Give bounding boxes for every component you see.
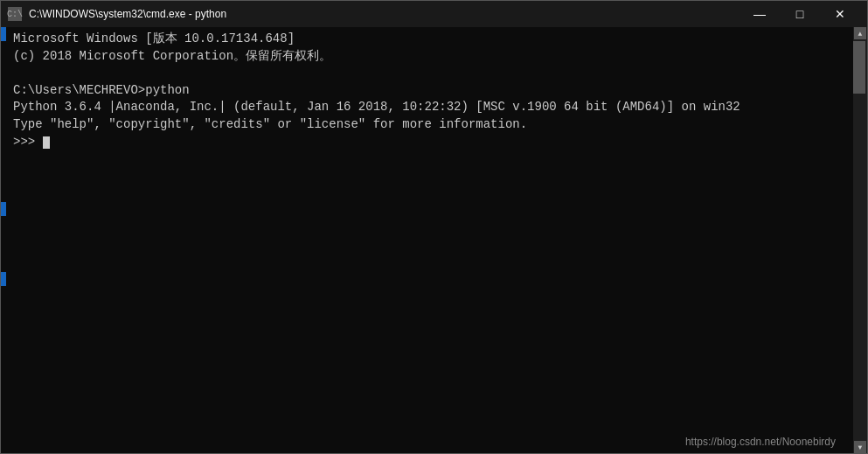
terminal-line-4: C:\Users\MECHREVO>python <box>13 82 848 100</box>
minimize-button[interactable]: — <box>740 1 780 27</box>
scrollbar-down-btn[interactable]: ▼ <box>854 441 866 453</box>
scrollbar-track[interactable] <box>853 39 867 441</box>
left-marker-2 <box>1 202 6 216</box>
window-icon: C:\ <box>8 7 22 21</box>
window-title: C:\WINDOWS\system32\cmd.exe - python <box>29 8 740 20</box>
terminal-line-5: Python 3.6.4 |Anaconda, Inc.| (default, … <box>13 99 848 116</box>
watermark: https://blog.csdn.net/Noonebirdy <box>685 436 836 448</box>
terminal-line-3 <box>13 65 848 82</box>
left-marker-1 <box>1 27 6 41</box>
title-bar: C:\ C:\WINDOWS\system32\cmd.exe - python… <box>1 1 867 27</box>
terminal-line-2: (c) 2018 Microsoft Corporation。保留所有权利。 <box>13 48 848 66</box>
terminal-line-6: Type "help", "copyright", "credits" or "… <box>13 116 848 134</box>
left-marker-3 <box>1 272 6 286</box>
terminal-line-1: Microsoft Windows [版本 10.0.17134.648] <box>13 31 848 48</box>
cmd-window: C:\ C:\WINDOWS\system32\cmd.exe - python… <box>0 0 868 454</box>
maximize-button[interactable]: □ <box>780 1 820 27</box>
left-sidebar <box>1 27 8 453</box>
window-controls: — □ ✕ <box>740 1 860 27</box>
window-body: Microsoft Windows [版本 10.0.17134.648] (c… <box>1 27 867 453</box>
scrollbar[interactable]: ▲ ▼ <box>853 27 867 453</box>
scrollbar-up-btn[interactable]: ▲ <box>854 27 866 39</box>
scrollbar-thumb[interactable] <box>853 41 865 94</box>
close-button[interactable]: ✕ <box>820 1 860 27</box>
terminal-line-7: >>> <box>13 134 848 151</box>
cursor <box>43 136 50 149</box>
terminal-area[interactable]: Microsoft Windows [版本 10.0.17134.648] (c… <box>8 27 853 453</box>
